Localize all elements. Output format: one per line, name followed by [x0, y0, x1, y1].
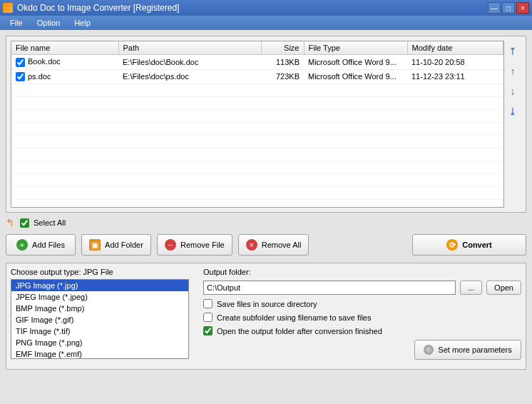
window-title: Okdo Doc to Image Converter [Registered]	[17, 3, 488, 13]
subfolder-checkbox[interactable]: Create subfolder using filename to save …	[203, 313, 521, 322]
format-option[interactable]: JPG Image (*.jpg)	[11, 280, 188, 291]
minus-icon: −	[165, 239, 176, 251]
remove-file-button[interactable]: −Remove File	[157, 234, 232, 256]
table-row[interactable]: Book.docE:\Files\doc\Book.doc113KBMicros…	[11, 55, 503, 70]
move-up-button[interactable]: ↑	[506, 65, 519, 78]
move-down-button[interactable]: ↓	[506, 85, 519, 98]
table-row[interactable]: ps.docE:\Files\doc\ps.doc723KBMicrosoft …	[11, 69, 503, 84]
open-folder-button[interactable]: Open	[486, 281, 521, 295]
open-after-checkbox[interactable]: Open the output folder after conversion …	[203, 326, 521, 335]
format-option[interactable]: BMP Image (*.bmp)	[11, 303, 188, 314]
convert-icon: ⟳	[446, 239, 458, 251]
file-table: File name Path Size File Type Modify dat…	[11, 41, 503, 208]
browse-button[interactable]: ...	[460, 281, 482, 295]
move-bottom-button[interactable]: ⤓	[506, 105, 519, 118]
select-all-checkbox[interactable]: Select All	[20, 218, 66, 228]
app-icon	[3, 3, 13, 13]
minimize-button[interactable]: —	[488, 2, 501, 14]
file-list-panel: File name Path Size File Type Modify dat…	[6, 36, 526, 213]
output-format-listbox[interactable]: JPG Image (*.jpg)JPEG Image (*.jpeg)BMP …	[11, 279, 189, 359]
menu-help[interactable]: Help	[68, 17, 96, 29]
format-option[interactable]: TIF Image (*.tif)	[11, 325, 188, 337]
add-folder-button[interactable]: ▣Add Folder	[81, 234, 151, 256]
row-checkbox[interactable]	[16, 72, 25, 81]
gear-icon	[424, 345, 434, 355]
select-all-label: Select All	[34, 218, 66, 227]
format-option[interactable]: EMF Image (*.emf)	[11, 348, 188, 359]
col-filename[interactable]: File name	[11, 41, 118, 55]
remove-all-button[interactable]: ×Remove All	[238, 234, 310, 256]
select-all-input[interactable]	[20, 218, 29, 228]
move-top-button[interactable]: ⤒	[506, 45, 519, 58]
x-icon: ×	[246, 239, 257, 251]
add-files-button[interactable]: +Add Files	[6, 234, 76, 256]
folder-up-icon[interactable]: ↰	[6, 217, 14, 228]
reorder-arrows: ⤒ ↑ ↓ ⤓	[504, 41, 521, 208]
titlebar: Okdo Doc to Image Converter [Registered]…	[0, 0, 532, 16]
row-checkbox[interactable]	[16, 58, 25, 67]
set-more-parameters-button[interactable]: Set more parameters	[414, 340, 521, 360]
col-size[interactable]: Size	[261, 41, 304, 55]
save-source-checkbox[interactable]: Save files in source directory	[203, 299, 521, 308]
col-filetype[interactable]: File Type	[304, 41, 407, 55]
col-modify[interactable]: Modify date	[407, 41, 503, 55]
close-button[interactable]: ×	[516, 2, 529, 14]
format-option[interactable]: PNG Image (*.png)	[11, 337, 188, 348]
output-panel: Choose output type: JPG File JPG Image (…	[6, 263, 526, 370]
format-option[interactable]: JPEG Image (*.jpeg)	[11, 291, 188, 303]
format-option[interactable]: GIF Image (*.gif)	[11, 314, 188, 325]
output-folder-input[interactable]	[203, 281, 456, 295]
col-path[interactable]: Path	[118, 41, 261, 55]
maximize-button[interactable]: □	[502, 2, 515, 14]
menu-option[interactable]: Option	[31, 17, 66, 29]
output-type-label: Choose output type:	[11, 268, 81, 276]
plus-icon: +	[16, 239, 28, 251]
convert-button[interactable]: ⟳Convert	[412, 234, 526, 256]
menubar: File Option Help	[0, 16, 532, 30]
output-folder-label: Output folder:	[203, 268, 521, 276]
menu-file[interactable]: File	[4, 17, 29, 29]
folder-icon: ▣	[89, 239, 101, 251]
output-type-current: JPG File	[83, 268, 113, 276]
